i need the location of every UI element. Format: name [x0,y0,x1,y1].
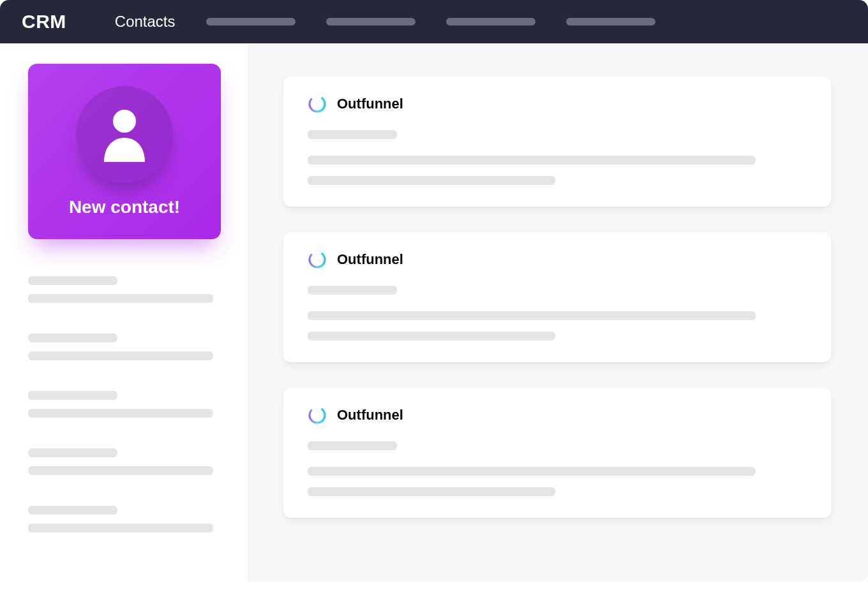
activity-card[interactable]: Outfunnel [283,232,831,362]
nav-placeholder [206,18,296,26]
sidebar-field-group [28,391,232,418]
card-body [308,130,807,185]
field-value-placeholder [28,466,213,475]
svg-point-0 [113,110,136,133]
sidebar-field-group [28,334,232,360]
main-content: Outfunnel Outfunnel [248,43,868,582]
avatar-circle [76,86,173,183]
field-label-placeholder [28,391,117,400]
new-contact-card[interactable]: New contact! [28,64,221,239]
svg-point-2 [308,250,327,269]
nav-contacts[interactable]: Contacts [115,13,176,31]
card-header: Outfunnel [308,94,807,114]
field-label-placeholder [28,448,117,457]
content-placeholder [308,176,555,185]
content-placeholder [308,441,397,450]
activity-card[interactable]: Outfunnel [283,77,831,207]
card-title: Outfunnel [337,96,403,112]
outfunnel-icon [308,406,327,425]
sidebar-field-group [28,276,232,303]
sidebar-field-group [28,448,232,475]
person-icon [100,107,149,162]
field-label-placeholder [28,334,117,342]
content-placeholder [308,286,397,295]
field-value-placeholder [28,409,213,418]
content-placeholder [308,332,555,341]
content-placeholder [308,156,756,165]
field-value-placeholder [28,351,213,360]
nav-placeholder [446,18,535,26]
svg-point-3 [308,406,327,425]
card-header: Outfunnel [308,250,807,269]
content-placeholder [308,130,397,139]
field-value-placeholder [28,524,213,532]
nav-placeholder [566,18,655,26]
card-body [308,286,807,341]
card-header: Outfunnel [308,406,807,425]
outfunnel-icon [308,94,327,114]
outfunnel-icon [308,250,327,269]
nav-placeholder [326,18,415,26]
new-contact-label: New contact! [69,197,180,217]
sidebar: New contact! [0,43,248,582]
app-logo: CRM [22,11,66,33]
svg-point-1 [308,94,327,114]
app-window: CRM Contacts New contact! [0,0,868,582]
card-title: Outfunnel [337,251,403,268]
body: New contact! [0,43,868,582]
content-placeholder [308,311,756,320]
field-value-placeholder [28,294,213,303]
content-placeholder [308,487,555,496]
sidebar-details [28,276,232,553]
field-label-placeholder [28,506,117,515]
field-label-placeholder [28,276,117,285]
card-title: Outfunnel [337,407,403,423]
activity-card[interactable]: Outfunnel [283,388,831,518]
topbar: CRM Contacts [0,0,868,43]
sidebar-field-group [28,506,232,532]
content-placeholder [308,467,756,476]
card-body [308,441,807,496]
